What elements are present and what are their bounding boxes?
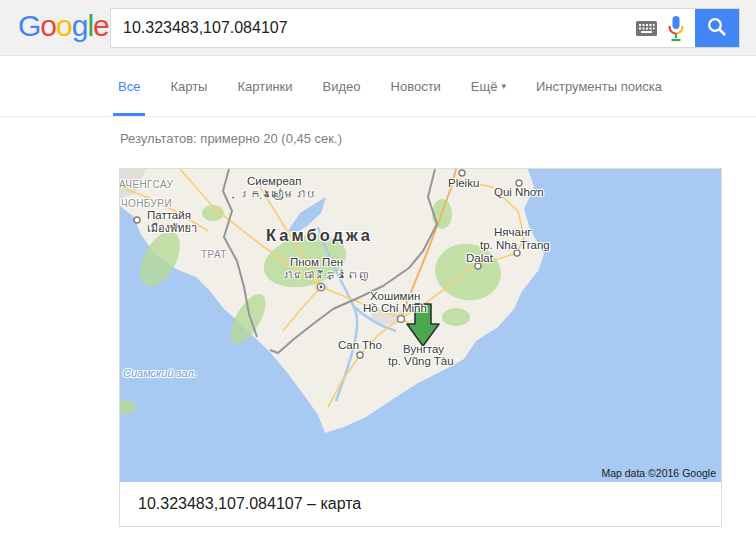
search-box bbox=[110, 8, 740, 48]
map-label-ho-chi-minh: Hồ Chí Minh bbox=[363, 302, 427, 315]
search-box-icons bbox=[636, 9, 695, 47]
map-label-qui-nhon: Qui Nhơn bbox=[494, 186, 544, 199]
search-tabs: ВсеКартыКартинкиВидеоНовостиЕщё▾Инструме… bbox=[0, 56, 756, 117]
map-geography bbox=[120, 169, 721, 482]
tab-eshche[interactable]: Ещё▾ bbox=[471, 56, 506, 116]
map-label-siem-reap-khmer: ក្រុងសៀមរាប bbox=[239, 188, 316, 200]
map-label-nha-trang-ru: Нячанг bbox=[494, 226, 531, 239]
map-label-gulf-of-thailand: Сиамский зал. bbox=[123, 367, 197, 379]
map-label-cambodia: Камбоджа bbox=[266, 226, 373, 244]
tab-instrumenty-poiska[interactable]: Инструменты поиска bbox=[536, 56, 662, 116]
logo-letter: o bbox=[40, 9, 56, 42]
tab-vse[interactable]: Все bbox=[118, 56, 140, 116]
map-label-can-tho: Can Tho bbox=[338, 339, 382, 352]
result-title: 10.323483,107.084107 – карта bbox=[138, 495, 361, 513]
map-label-pattaya-thai: เมืองพัทยา bbox=[147, 222, 197, 234]
tab-novosti[interactable]: Новости bbox=[391, 56, 441, 116]
map-label-dalat: Dalat bbox=[466, 252, 493, 265]
logo-letter: G bbox=[18, 9, 40, 42]
map-label-pattaya: Паттайя bbox=[147, 209, 191, 222]
search-header: Google bbox=[0, 0, 756, 56]
search-input[interactable] bbox=[111, 9, 636, 47]
logo-letter: o bbox=[56, 9, 72, 42]
map-canvas[interactable]: ЧАЧЕНГСАУЧОНБУРИПаттайяเมืองพัทยาТРАТСие… bbox=[120, 169, 721, 482]
map-label-nha-trang: tp. Nha Trang bbox=[480, 239, 550, 252]
map-label-vung-tau: tp. Vũng Tàu bbox=[388, 355, 454, 368]
map-result-link[interactable]: 10.323483,107.084107 – карта bbox=[120, 482, 721, 526]
keyboard-icon[interactable] bbox=[636, 21, 657, 36]
map-label-vung-tau-ru: Вунгтау bbox=[403, 343, 444, 356]
google-logo[interactable]: Google bbox=[18, 9, 109, 43]
map-label-siem-reap: Сиемреап bbox=[247, 175, 301, 188]
result-stats: Результатов: примерно 20 (0,45 сек.) bbox=[120, 131, 756, 146]
search-button[interactable] bbox=[695, 9, 739, 47]
map-label-phnom-penh: Пном Пен bbox=[290, 256, 343, 269]
tab-karty[interactable]: Карты bbox=[170, 56, 207, 116]
logo-letter: g bbox=[72, 9, 88, 42]
map-label-phnom-penh-khmer: រាជធានីភ្នំពេញ bbox=[281, 269, 369, 281]
microphone-icon[interactable] bbox=[667, 15, 685, 42]
map-label-ho-chi-minh-ru: Хошимин bbox=[370, 290, 420, 303]
tab-video[interactable]: Видео bbox=[323, 56, 361, 116]
search-icon bbox=[706, 16, 728, 41]
dropdown-arrow-icon: ▾ bbox=[501, 81, 506, 91]
logo-letter: e bbox=[93, 9, 109, 42]
map-label-pleiku: Pleiku bbox=[448, 177, 479, 190]
map-label-trat: ТРАТ bbox=[201, 249, 227, 260]
tab-kartinki[interactable]: Картинки bbox=[237, 56, 292, 116]
map-card: ЧАЧЕНГСАУЧОНБУРИПаттайяเมืองพัทยาТРАТСие… bbox=[119, 168, 722, 527]
map-label-chachoengsao: ЧАЧЕНГСАУ bbox=[120, 179, 173, 190]
map-attribution: Map data ©2016 Google bbox=[601, 467, 716, 479]
map-label-chonburi: ЧОНБУРИ bbox=[121, 198, 172, 209]
